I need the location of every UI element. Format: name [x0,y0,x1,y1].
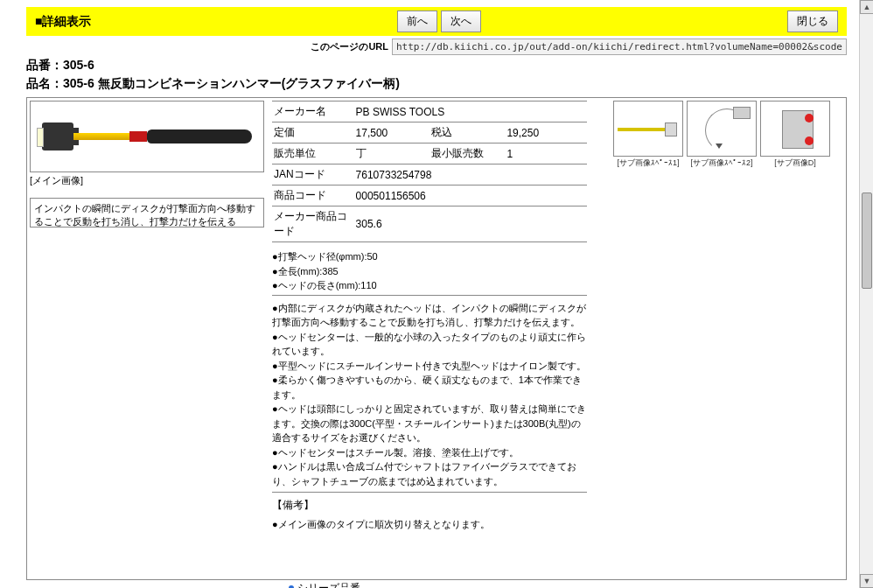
hammer-illustration [42,122,252,150]
short-description: インパクトの瞬間にディスクが打撃面方向へ移動することで反動を打ち消し、打撃力だけ… [30,198,264,228]
close-button[interactable]: 閉じる [787,10,838,32]
header-bar: ■詳細表示 前へ 次へ 閉じる [26,7,847,36]
sub-image-1[interactable] [613,101,683,157]
vertical-scrollbar[interactable]: ▲ ▼ [859,0,873,588]
product-number: 品番：305-6 [26,58,847,74]
sub-image-2-caption: [サブ画像ｽﾍﾟｰｽ2] [687,158,757,169]
remarks-label: 【備考】 [272,498,587,513]
url-label: このページのURL [311,40,388,53]
sub-image-3[interactable] [760,101,830,157]
page-title: ■詳細表示 [35,14,91,30]
next-button[interactable]: 次へ [441,10,481,32]
scroll-down-arrow[interactable]: ▼ [860,574,873,588]
sub-image-1-caption: [サブ画像ｽﾍﾟｰｽ1] [613,158,683,169]
prev-button[interactable]: 前へ [397,10,437,32]
sub-image-2[interactable] [687,101,757,157]
spec-bullets: ●打撃ヘッド径(φmm):50 ●全長(mm):385 ●ヘッドの長さ(mm):… [272,249,587,296]
product-name: 品名：305-6 無反動コンビネーションハンマー(グラスファイバー柄) [26,76,847,92]
scroll-up-arrow[interactable]: ▲ [860,0,873,14]
main-image-caption: [メイン画像] [30,174,264,187]
page-url-field[interactable] [392,38,847,55]
remarks-body: ●メイン画像のタイプに順次切り替えとなります。 [272,518,587,531]
series-section: シリーズ品番 [289,581,360,588]
main-image[interactable] [30,101,264,172]
spec-table: メーカー名PB SWISS TOOLS 定価17,500税込19,250 販売単… [272,101,587,242]
feature-bullets: ●内部にディスクが内蔵されたヘッドは、インパクトの瞬間にディスクが打撃面方向へ移… [272,301,587,494]
sub-image-3-caption: [サブ画像D] [760,158,830,169]
detail-panel: [メイン画像] インパクトの瞬間にディスクが打撃面方向へ移動することで反動を打ち… [26,97,847,580]
scroll-thumb[interactable] [862,192,872,289]
